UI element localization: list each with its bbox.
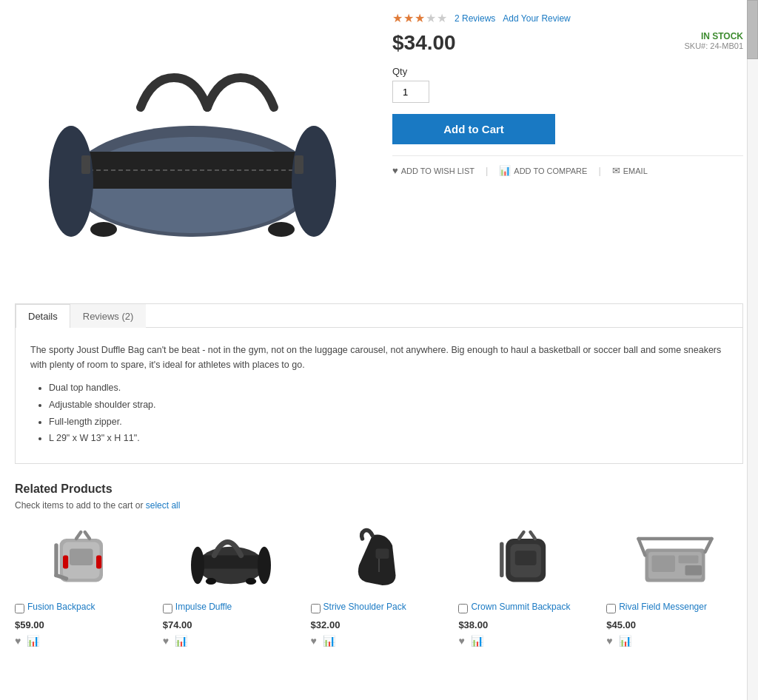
- related-product-1-image: [15, 522, 152, 596]
- related-product-1-name: Fusion Backpack: [27, 602, 95, 613]
- compare-icon-3[interactable]: 📊: [323, 635, 335, 647]
- wishlist-icon-5[interactable]: ♥: [606, 635, 612, 647]
- feature-item: Adjustable shoulder strap.: [49, 398, 728, 412]
- svg-rect-35: [651, 556, 675, 573]
- tab-details[interactable]: Details: [16, 304, 70, 328]
- wishlist-icon-2[interactable]: ♥: [163, 635, 169, 647]
- product-image-area: [15, 7, 370, 274]
- email-link[interactable]: ✉ EMAIL: [612, 165, 648, 176]
- svg-rect-20: [198, 556, 264, 569]
- related-product-1-actions: ♥ 📊: [15, 635, 39, 647]
- add-review-link[interactable]: Add Your Review: [503, 13, 570, 24]
- tab-reviews[interactable]: Reviews (2): [70, 304, 147, 328]
- tabs-section: Details Reviews (2) The sporty Joust Duf…: [15, 303, 743, 464]
- related-product-5-actions: ♥ 📊: [606, 635, 631, 647]
- related-product-4-checkbox-row: Crown Summit Backpack: [458, 602, 570, 616]
- reviews-link[interactable]: 2 Reviews: [455, 13, 495, 24]
- add-to-compare-link[interactable]: 📊 ADD TO COMPARE: [499, 165, 587, 176]
- separator-1: |: [486, 165, 488, 176]
- svg-point-7: [268, 222, 295, 237]
- related-product-5-price: $45.00: [606, 619, 636, 630]
- tab-content-details: The sporty Joust Duffle Bag can't be bea…: [16, 328, 742, 463]
- compare-icon-5[interactable]: 📊: [619, 635, 631, 647]
- compare-icon-4[interactable]: 📊: [471, 635, 483, 647]
- product-top-section: ★ ★ ★ ★ ★ 2 Reviews Add Your Review $34.…: [15, 7, 743, 289]
- rating-row: ★ ★ ★ ★ ★ 2 Reviews Add Your Review: [392, 11, 743, 25]
- stock-info: IN STOCK SKU#: 24-MB01: [685, 31, 744, 50]
- related-products-section: Related Products Check items to add to t…: [15, 482, 743, 647]
- related-subtitle: Check items to add to the cart or select…: [15, 500, 743, 511]
- separator-2: |: [598, 165, 600, 176]
- compare-icon: 📊: [499, 165, 511, 176]
- svg-point-21: [191, 547, 204, 584]
- related-products-grid: Fusion Backpack $59.00 ♥ 📊: [15, 522, 743, 647]
- star-3: ★: [415, 11, 425, 25]
- related-product-4-checkbox[interactable]: [458, 604, 468, 613]
- related-title: Related Products: [15, 482, 743, 496]
- feature-item: Dual top handles.: [49, 381, 728, 395]
- product-image: [33, 15, 352, 274]
- svg-rect-18: [96, 556, 101, 569]
- product-price: $34.00: [392, 31, 456, 55]
- related-product-4-name: Crown Summit Backpack: [471, 602, 570, 613]
- email-icon: ✉: [612, 165, 620, 176]
- feature-item: L 29" x W 13" x H 11".: [49, 431, 728, 445]
- related-product-1: Fusion Backpack $59.00 ♥ 📊: [15, 522, 152, 647]
- scrollbar-thumb[interactable]: [747, 0, 758, 59]
- svg-line-37: [638, 539, 645, 556]
- related-product-3-checkbox[interactable]: [311, 604, 321, 613]
- related-product-4: Crown Summit Backpack $38.00 ♥ 📊: [458, 522, 595, 647]
- star-5: ★: [437, 11, 447, 25]
- related-product-2: Impulse Duffle $74.00 ♥ 📊: [163, 522, 300, 647]
- svg-rect-17: [63, 556, 68, 569]
- wishlist-icon-4[interactable]: ♥: [458, 635, 464, 647]
- related-product-2-checkbox-row: Impulse Duffle: [163, 602, 232, 616]
- svg-line-14: [85, 532, 90, 539]
- related-product-2-actions: ♥ 📊: [163, 635, 187, 647]
- qty-input[interactable]: [392, 81, 429, 103]
- related-product-3-image: [311, 522, 448, 596]
- related-product-2-checkbox[interactable]: [163, 604, 172, 613]
- add-to-cart-button[interactable]: Add to Cart: [392, 114, 555, 144]
- svg-rect-12: [70, 549, 93, 566]
- star-2: ★: [403, 11, 414, 25]
- wishlist-icon-3[interactable]: ♥: [311, 635, 317, 647]
- svg-rect-8: [81, 155, 90, 174]
- select-all-link[interactable]: select all: [146, 500, 181, 511]
- related-product-3-actions: ♥ 📊: [311, 635, 335, 647]
- star-1: ★: [392, 11, 403, 25]
- star-rating: ★ ★ ★ ★ ★: [392, 11, 447, 25]
- related-product-3: Strive Shoulder Pack $32.00 ♥ 📊: [311, 522, 448, 647]
- svg-rect-40: [685, 565, 702, 576]
- qty-section: Qty: [392, 66, 743, 103]
- price-row: $34.00 IN STOCK SKU#: 24-MB01: [392, 31, 743, 55]
- svg-line-31: [530, 532, 534, 539]
- related-product-4-price: $38.00: [458, 619, 488, 630]
- svg-point-23: [206, 578, 216, 585]
- scrollbar-track: [747, 0, 758, 662]
- tabs-header: Details Reviews (2): [16, 304, 742, 328]
- related-product-3-price: $32.00: [311, 619, 341, 630]
- related-product-1-price: $59.00: [15, 619, 44, 630]
- related-product-5: Rival Field Messenger $45.00 ♥ 📊: [606, 522, 743, 647]
- related-product-5-name: Rival Field Messenger: [619, 602, 707, 613]
- compare-icon-2[interactable]: 📊: [175, 635, 187, 647]
- heart-icon: ♥: [392, 165, 398, 176]
- qty-label: Qty: [392, 66, 743, 77]
- related-product-2-image: [163, 522, 300, 596]
- svg-line-13: [76, 532, 81, 539]
- related-product-4-actions: ♥ 📊: [458, 635, 483, 647]
- svg-point-24: [246, 578, 256, 585]
- compare-icon-1[interactable]: 📊: [27, 635, 39, 647]
- related-product-1-checkbox[interactable]: [15, 604, 24, 613]
- related-product-5-image: [606, 522, 743, 596]
- feature-item: Full-length zipper.: [49, 415, 728, 429]
- related-product-5-checkbox[interactable]: [606, 604, 616, 613]
- wishlist-icon-1[interactable]: ♥: [15, 635, 21, 647]
- related-product-4-image: [458, 522, 595, 596]
- svg-rect-29: [515, 551, 537, 565]
- add-to-wishlist-link[interactable]: ♥ ADD TO WISH LIST: [392, 165, 474, 176]
- svg-rect-36: [678, 556, 698, 564]
- svg-point-22: [258, 547, 271, 584]
- related-product-3-name: Strive Shoulder Pack: [323, 602, 406, 613]
